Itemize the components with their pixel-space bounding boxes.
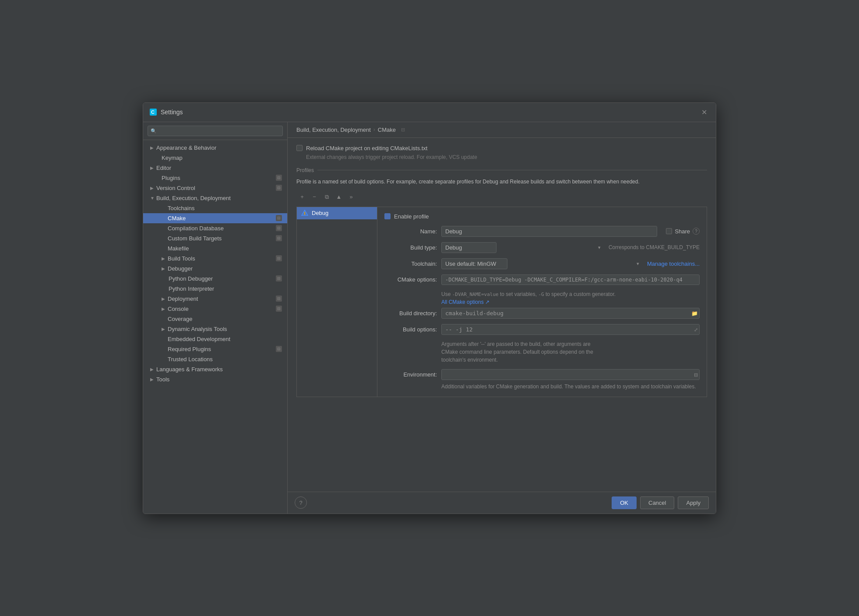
badge-icon: ⊟ bbox=[276, 306, 282, 312]
apply-button[interactable]: Apply bbox=[678, 496, 709, 509]
sidebar-item-python-debugger[interactable]: Python Debugger ⊟ bbox=[143, 274, 287, 284]
manage-toolchains-link[interactable]: Manage toolchains... bbox=[647, 260, 700, 267]
environment-label: Environment: bbox=[384, 371, 437, 378]
svg-text:C: C bbox=[151, 109, 155, 115]
sidebar-item-python-interpreter[interactable]: Python Interpreter bbox=[143, 284, 287, 294]
content-area: Reload CMake project on editing CMakeLis… bbox=[288, 138, 716, 492]
right-panel: Build, Execution, Deployment › CMake ⊟ R… bbox=[288, 122, 716, 514]
sidebar-item-languages[interactable]: ▶ Languages & Frameworks bbox=[143, 364, 287, 374]
environment-input[interactable] bbox=[441, 369, 700, 380]
badge-icon: ⊟ bbox=[276, 235, 282, 241]
dvar-code-1: -DVAR_NAME=value bbox=[452, 292, 499, 297]
sidebar-label: Build Tools bbox=[168, 255, 195, 262]
environment-input-wrap: ⊟ bbox=[441, 369, 700, 380]
sidebar-item-required-plugins[interactable]: Required Plugins ⊟ bbox=[143, 344, 287, 354]
add-profile-button[interactable]: + bbox=[296, 192, 308, 202]
sidebar-item-build-tools[interactable]: ▶ Build Tools ⊟ bbox=[143, 253, 287, 264]
sidebar-label: Appearance & Behavior bbox=[156, 144, 216, 151]
sidebar-label: Custom Build Targets bbox=[168, 235, 222, 242]
help-button[interactable]: ? bbox=[295, 496, 307, 509]
sidebar-label: Tools bbox=[156, 376, 169, 383]
build-options-hint: Arguments after '--' are passed to the b… bbox=[441, 340, 700, 364]
sidebar-item-console[interactable]: ▶ Console ⊟ bbox=[143, 304, 287, 314]
build-options-wrap: ⤢ bbox=[441, 324, 700, 335]
section-divider bbox=[317, 170, 707, 170]
build-dir-row: Build directory: 📁 bbox=[384, 308, 700, 319]
name-input[interactable] bbox=[441, 226, 657, 237]
sidebar-item-trusted-locations[interactable]: Trusted Locations bbox=[143, 354, 287, 364]
sidebar-item-keymap[interactable]: Keymap bbox=[143, 153, 287, 163]
sidebar-label: Python Interpreter bbox=[169, 285, 214, 292]
search-input[interactable] bbox=[148, 126, 283, 136]
ok-button[interactable]: OK bbox=[612, 496, 637, 509]
enable-profile-checkbox[interactable] bbox=[384, 213, 391, 219]
sidebar-label: Dynamic Analysis Tools bbox=[168, 326, 227, 332]
sidebar-item-compilation-db[interactable]: Compilation Database ⊟ bbox=[143, 223, 287, 233]
sidebar-item-build-exec[interactable]: ▼ Build, Execution, Deployment bbox=[143, 193, 287, 203]
badge-icon: ⊟ bbox=[276, 225, 282, 231]
sidebar-label: Coverage bbox=[168, 316, 192, 322]
sidebar-item-deployment[interactable]: ▶ Deployment ⊟ bbox=[143, 294, 287, 304]
sidebar-item-dynamic-analysis[interactable]: ▶ Dynamic Analysis Tools bbox=[143, 324, 287, 334]
toolchain-select-container: Use default: MinGW bbox=[441, 258, 643, 269]
sidebar-item-version-control[interactable]: ▶ Version Control ⊟ bbox=[143, 183, 287, 193]
sidebar-item-coverage[interactable]: Coverage bbox=[143, 314, 287, 324]
toolchain-select[interactable]: Use default: MinGW bbox=[441, 258, 507, 269]
sidebar-label: Editor bbox=[156, 165, 171, 171]
reload-checkbox-wrap[interactable]: Reload CMake project on editing CMakeLis… bbox=[296, 145, 427, 151]
sidebar-item-makefile[interactable]: Makefile bbox=[143, 243, 287, 253]
share-label: Share bbox=[675, 228, 690, 235]
build-type-select[interactable]: Debug Release RelWithDebInfo MinSizeRel bbox=[441, 242, 496, 253]
sidebar-label: Deployment bbox=[168, 296, 198, 302]
expand-icon[interactable]: ⤢ bbox=[694, 327, 698, 332]
profile-name: Debug bbox=[312, 210, 328, 216]
breadcrumb-separator: › bbox=[373, 127, 375, 133]
build-type-hint: Corresponds to CMAKE_BUILD_TYPE bbox=[609, 244, 700, 250]
bottom-left: ? bbox=[295, 496, 307, 509]
sidebar: 🔍 ▶ Appearance & Behavior Keymap ▶ bbox=[143, 122, 288, 514]
all-cmake-options-link[interactable]: All CMake options ↗ bbox=[441, 299, 489, 305]
svg-point-4 bbox=[304, 213, 306, 215]
share-checkbox[interactable] bbox=[666, 228, 672, 234]
sidebar-label: Makefile bbox=[168, 245, 189, 252]
reload-checkbox[interactable] bbox=[296, 145, 303, 151]
sidebar-item-cmake[interactable]: CMake ⊟ bbox=[143, 213, 287, 223]
copy-profile-button[interactable]: ⧉ bbox=[321, 192, 332, 202]
remove-profile-button[interactable]: − bbox=[309, 192, 320, 202]
sidebar-item-appearance[interactable]: ▶ Appearance & Behavior bbox=[143, 143, 287, 153]
sidebar-item-custom-build[interactable]: Custom Build Targets ⊟ bbox=[143, 233, 287, 243]
build-options-label: Build options: bbox=[384, 326, 437, 333]
settings-dialog: C Settings ✕ 🔍 ▶ Appearance & Behavior bbox=[143, 102, 716, 514]
sidebar-item-tools[interactable]: ▶ Tools bbox=[143, 374, 287, 384]
enable-profile-checkbox-wrap[interactable]: Enable profile bbox=[384, 213, 429, 220]
sidebar-item-plugins[interactable]: Plugins ⊟ bbox=[143, 173, 287, 183]
move-down-button[interactable]: » bbox=[345, 192, 357, 202]
build-options-input[interactable] bbox=[441, 324, 700, 335]
build-dir-input-wrap: 📁 bbox=[441, 308, 700, 319]
search-box: 🔍 bbox=[143, 122, 287, 140]
arrow-icon: ▶ bbox=[150, 145, 155, 150]
sidebar-item-debugger[interactable]: ▶ Debugger bbox=[143, 264, 287, 274]
sidebar-item-toolchains[interactable]: Toolchains bbox=[143, 203, 287, 213]
arrow-icon: ▶ bbox=[162, 327, 166, 331]
cmake-options-row: CMake options: bbox=[384, 275, 700, 285]
badge-icon: ⊟ bbox=[276, 215, 282, 221]
badge-icon: ⊟ bbox=[276, 175, 282, 181]
cancel-button[interactable]: Cancel bbox=[640, 496, 674, 509]
profile-item-debug[interactable]: Debug bbox=[297, 207, 377, 219]
sidebar-item-embedded-dev[interactable]: Embedded Development bbox=[143, 334, 287, 344]
profile-description: Profile is a named set of build options.… bbox=[296, 178, 707, 186]
help-icon[interactable]: ? bbox=[693, 228, 700, 235]
sidebar-label: Keymap bbox=[162, 155, 183, 161]
dvar-code-2: -G bbox=[538, 292, 544, 297]
folder-icon[interactable]: 📁 bbox=[691, 310, 698, 317]
cmake-options-input[interactable] bbox=[441, 275, 700, 285]
build-dir-input[interactable] bbox=[441, 308, 700, 319]
move-up-button[interactable]: ▲ bbox=[333, 192, 345, 202]
close-button[interactable]: ✕ bbox=[699, 107, 710, 117]
sidebar-label: Version Control bbox=[156, 185, 195, 191]
arrow-icon: ▶ bbox=[162, 306, 166, 311]
sidebar-item-editor[interactable]: ▶ Editor bbox=[143, 163, 287, 173]
env-edit-icon[interactable]: ⊟ bbox=[694, 372, 698, 377]
sidebar-label: Required Plugins bbox=[168, 346, 211, 352]
